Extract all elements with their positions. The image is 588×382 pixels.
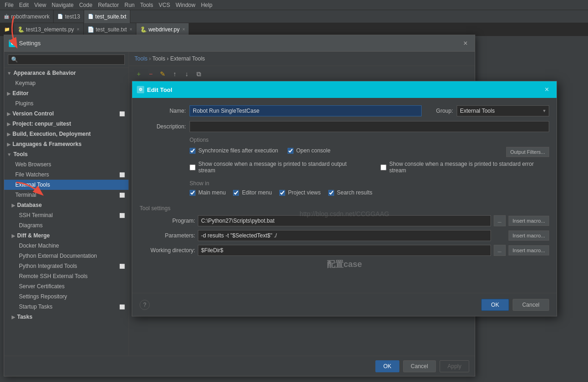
menu-window[interactable]: Window bbox=[173, 2, 198, 8]
tab-suite[interactable]: 📄 test_suite.txt bbox=[84, 10, 130, 23]
sidebar-item-external-tools[interactable]: External Tools bbox=[4, 180, 129, 190]
sidebar-item-terminal[interactable]: Terminal ⬜ bbox=[4, 190, 129, 200]
description-input[interactable] bbox=[190, 121, 549, 132]
sidebar-item-web-browsers[interactable]: Web Browsers bbox=[4, 159, 129, 170]
sidebar-item-appearance[interactable]: ▼ Appearance & Behavior bbox=[4, 68, 129, 78]
edit-tool-cancel-button[interactable]: Cancel bbox=[513, 299, 549, 311]
settings-close-button[interactable]: × bbox=[461, 39, 470, 48]
show-in-editor-menu-row: Editor menu bbox=[233, 189, 272, 196]
arrow-tools: ▼ bbox=[7, 152, 12, 157]
open-console-checkbox[interactable] bbox=[288, 148, 294, 154]
edit-tool-dialog: ⚙ Edit Tool × Name: Robot Run SingleTest… bbox=[132, 81, 557, 316]
group-select[interactable]: External Tools Other Tools bbox=[457, 105, 549, 116]
settings-ok-button[interactable]: OK bbox=[375, 360, 399, 372]
parameters-insert-macro-button[interactable]: Insert macro... bbox=[508, 230, 549, 241]
sidebar-item-python-tools[interactable]: Python Integrated Tools ⬜ bbox=[4, 261, 129, 271]
sidebar-label-editor: Editor bbox=[12, 90, 29, 97]
project-icon[interactable]: 📁 bbox=[0, 27, 14, 32]
sidebar-item-remote-ssh[interactable]: Remote SSH External Tools bbox=[4, 271, 129, 281]
program-browse-button[interactable]: ... bbox=[494, 215, 506, 226]
move-down-button[interactable]: ↓ bbox=[182, 69, 192, 79]
menu-refactor[interactable]: Refactor bbox=[95, 2, 122, 8]
sidebar-item-settings-repo[interactable]: Settings Repository bbox=[4, 291, 129, 302]
show-in-editor-menu-checkbox[interactable] bbox=[233, 190, 239, 196]
sidebar-item-diagrams[interactable]: Diagrams bbox=[4, 220, 129, 230]
sidebar-item-keymap[interactable]: Keymap bbox=[4, 78, 129, 88]
help-icon-button[interactable]: ? bbox=[140, 300, 150, 310]
settings-title-icon: ⚙ bbox=[9, 40, 16, 47]
settings-apply-button[interactable]: Apply bbox=[440, 360, 469, 372]
sidebar-item-file-watchers[interactable]: File Watchers ⬜ bbox=[4, 170, 129, 180]
edit-tool-ok-button[interactable]: OK bbox=[481, 299, 508, 311]
sidebar-item-diff[interactable]: ▶ Diff & Merge bbox=[4, 230, 129, 241]
add-tool-button[interactable]: + bbox=[134, 69, 144, 79]
editor-tab-webdriver[interactable]: 🐍 webdriver.py × bbox=[136, 23, 189, 36]
sidebar-item-build[interactable]: ▶ Build, Execution, Deployment bbox=[4, 129, 129, 139]
show-console-stdout-checkbox[interactable] bbox=[190, 164, 196, 170]
tab-close-suite[interactable]: × bbox=[129, 27, 132, 32]
sidebar-item-server-certs[interactable]: Server Certificates bbox=[4, 281, 129, 291]
sidebar-item-database[interactable]: ▶ Database bbox=[4, 200, 129, 210]
parameters-input[interactable] bbox=[198, 230, 491, 241]
tab-close-elements[interactable]: × bbox=[77, 27, 80, 32]
sidebar-item-tasks[interactable]: ▶ Tasks bbox=[4, 312, 129, 322]
tab-icon-suite2: 📄 bbox=[87, 26, 94, 33]
sidebar-item-vcs[interactable]: ▶ Version Control ⬜ bbox=[4, 109, 129, 119]
program-input[interactable] bbox=[198, 215, 491, 226]
open-console-row: Open console bbox=[288, 147, 331, 154]
menu-edit[interactable]: Edit bbox=[16, 2, 31, 8]
show-console-stdout-label: Show console when a message is printed t… bbox=[198, 161, 362, 174]
tab-test13[interactable]: 📄 test13 bbox=[54, 10, 84, 23]
sync-files-checkbox[interactable] bbox=[190, 148, 196, 154]
arrow-build: ▶ bbox=[7, 132, 11, 137]
show-in-main-menu-checkbox[interactable] bbox=[190, 190, 196, 196]
sidebar-item-startup-tasks[interactable]: Startup Tasks ⬜ bbox=[4, 302, 129, 312]
ssh-icon: ⬜ bbox=[119, 213, 125, 218]
show-in-search-results-checkbox[interactable] bbox=[328, 190, 334, 196]
menu-run[interactable]: Run bbox=[122, 2, 137, 8]
move-up-button[interactable]: ↑ bbox=[170, 69, 180, 79]
edit-tool-button[interactable]: ✎ bbox=[158, 69, 168, 79]
sidebar-label-database: Database bbox=[17, 202, 42, 208]
menu-view[interactable]: View bbox=[31, 2, 49, 8]
tab-label-suite: test_suite.txt bbox=[95, 13, 126, 20]
name-input[interactable] bbox=[190, 105, 422, 116]
sidebar-item-docker[interactable]: Docker Machine bbox=[4, 241, 129, 251]
tab-close-wd[interactable]: × bbox=[183, 27, 185, 32]
settings-titlebar: ⚙ Settings × bbox=[4, 35, 475, 52]
sidebar-item-editor[interactable]: ▶ Editor bbox=[4, 88, 129, 98]
settings-cancel-button[interactable]: Cancel bbox=[403, 360, 436, 372]
pit-icon: ⬜ bbox=[119, 264, 125, 269]
working-dir-insert-macro-button[interactable]: Insert macro... bbox=[508, 245, 549, 255]
remove-tool-button[interactable]: − bbox=[146, 69, 156, 79]
sidebar-item-plugins[interactable]: Plugins bbox=[4, 98, 129, 109]
menu-tools[interactable]: Tools bbox=[137, 2, 156, 8]
menu-file[interactable]: File bbox=[2, 2, 16, 8]
program-insert-macro-button[interactable]: Insert macro... bbox=[508, 216, 549, 226]
show-console-stderr-checkbox[interactable] bbox=[380, 164, 386, 170]
tab-robotframework[interactable]: 🤖 robotframework bbox=[0, 10, 54, 23]
menu-help[interactable]: Help bbox=[198, 2, 215, 8]
name-label: Name: bbox=[140, 108, 186, 114]
menu-vcs[interactable]: VCS bbox=[156, 2, 173, 8]
editor-tab-elements[interactable]: 🐍 test13_elements.py × bbox=[14, 23, 84, 36]
sidebar-label-keymap: Keymap bbox=[15, 80, 36, 86]
tool-settings-section: Tool settings Program: ... Insert macro.… bbox=[140, 205, 549, 256]
breadcrumb-tools-link[interactable]: Tools bbox=[135, 55, 147, 62]
sidebar-item-tools[interactable]: ▼ Tools bbox=[4, 149, 129, 159]
working-dir-browse-button[interactable]: ... bbox=[494, 245, 506, 256]
editor-tab-suite[interactable]: 📄 test_suite.txt × bbox=[84, 23, 136, 36]
sidebar-item-python-ext-doc[interactable]: Python External Documentation bbox=[4, 251, 129, 261]
working-dir-input[interactable] bbox=[198, 245, 491, 256]
copy-tool-button[interactable]: ⧉ bbox=[194, 69, 204, 79]
menu-navigate[interactable]: Navigate bbox=[49, 2, 76, 8]
sidebar-item-ssh-terminal[interactable]: SSH Terminal ⬜ bbox=[4, 210, 129, 220]
sidebar-item-lang[interactable]: ▶ Languages & Frameworks bbox=[4, 139, 129, 149]
show-in-project-views-row: Project views bbox=[279, 189, 321, 196]
settings-search-input[interactable] bbox=[8, 55, 125, 65]
sidebar-item-project[interactable]: ▶ Project: cenpur_uitest bbox=[4, 119, 129, 129]
show-in-project-views-checkbox[interactable] bbox=[279, 190, 285, 196]
edit-tool-close-button[interactable]: × bbox=[542, 85, 552, 95]
output-filters-button[interactable]: Output Filters... bbox=[506, 147, 549, 157]
menu-code[interactable]: Code bbox=[76, 2, 95, 8]
